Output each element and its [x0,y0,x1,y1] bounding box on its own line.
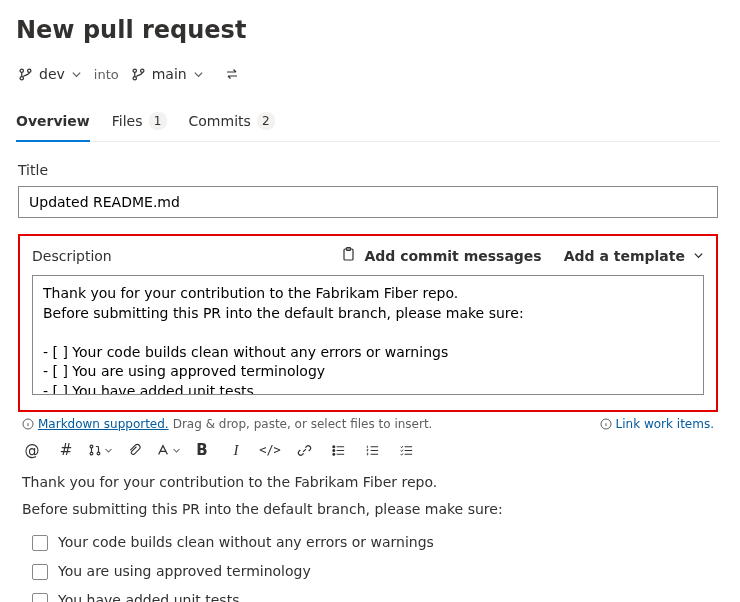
svg-point-10 [90,445,93,448]
chevron-down-icon [193,69,204,80]
svg-point-13 [332,445,334,447]
preview-line: Thank you for your contribution to the F… [22,472,714,493]
markdown-toolbar: @ # [18,439,718,472]
paperclip-icon [127,443,142,458]
tab-commits[interactable]: Commits 2 [189,104,275,142]
target-branch-picker[interactable]: main [129,64,206,84]
code-icon: </> [259,443,281,457]
checkbox[interactable] [32,535,48,551]
drag-drop-hint: Drag & drop, paste, or select files to i… [173,417,433,431]
source-branch-name: dev [39,66,65,82]
svg-point-14 [332,449,334,451]
target-branch-name: main [152,66,187,82]
commits-count-badge: 2 [257,112,275,130]
checkbox[interactable] [32,564,48,580]
markdown-supported-link[interactable]: Markdown supported. [38,417,169,431]
tab-commits-label: Commits [189,113,251,129]
tabs: Overview Files 1 Commits 2 [16,104,720,142]
description-textarea[interactable] [32,275,704,395]
branch-icon [131,67,146,82]
pr-link-button[interactable] [90,440,110,460]
description-preview: Thank you for your contribution to the F… [18,472,718,602]
description-header: Description Add commit messages Add a te… [32,246,704,265]
checklist-button[interactable] [396,440,416,460]
link-button[interactable] [294,440,314,460]
clipboard-icon [340,246,356,265]
tab-files-label: Files [112,113,143,129]
branch-icon [18,67,33,82]
title-input[interactable] [18,186,718,218]
svg-point-1 [20,76,23,79]
tab-files[interactable]: Files 1 [112,104,167,142]
bold-button[interactable]: B [192,440,212,460]
mention-button[interactable]: @ [22,440,42,460]
numbered-list-button[interactable] [362,440,382,460]
description-section-highlighted: Description Add commit messages Add a te… [18,234,718,412]
hash-button[interactable]: # [56,440,76,460]
bullet-list-button[interactable] [328,440,348,460]
description-hint-bar: Markdown supported. Drag & drop, paste, … [18,414,718,439]
checkbox[interactable] [32,593,48,603]
chevron-down-icon [71,69,82,80]
pr-form: Title Description Add commit messages Ad… [16,162,720,602]
title-label: Title [18,162,718,178]
svg-point-2 [28,69,31,72]
checklist-item: You have added unit tests [32,590,714,602]
at-icon: @ [25,441,40,459]
code-button[interactable]: </> [260,440,280,460]
svg-point-3 [133,69,136,72]
checklist-item-label: You have added unit tests [58,590,239,602]
add-commit-messages-label: Add commit messages [364,248,541,264]
add-template-label: Add a template [564,248,685,264]
source-branch-picker[interactable]: dev [16,64,84,84]
svg-point-4 [133,76,136,79]
svg-point-0 [20,69,23,72]
swap-branches-button[interactable] [220,62,244,86]
svg-point-11 [90,452,93,455]
bullet-list-icon [331,443,346,458]
swap-icon [224,66,240,82]
numbered-list-icon [365,443,380,458]
add-template-button[interactable]: Add a template [564,248,704,264]
info-icon [22,418,34,430]
chain-link-icon [297,443,312,458]
into-label: into [94,67,119,82]
svg-point-5 [140,69,143,72]
chevron-down-icon [693,250,704,261]
description-label: Description [32,248,112,264]
checklist-item: Your code builds clean without any error… [32,532,714,553]
tab-overview[interactable]: Overview [16,104,90,142]
chevron-down-icon [104,446,113,455]
heading-button[interactable] [158,440,178,460]
attach-button[interactable] [124,440,144,460]
checklist-item-label: Your code builds clean without any error… [58,532,434,553]
preview-checklist: Your code builds clean without any error… [22,532,714,602]
link-icon [600,418,612,430]
italic-button[interactable]: I [226,440,246,460]
add-commit-messages-button[interactable]: Add commit messages [340,246,541,265]
chevron-down-icon [172,446,181,455]
checklist-icon [399,443,414,458]
page-title: New pull request [16,16,720,44]
preview-line: Before submitting this PR into the defau… [22,499,714,520]
heading-icon [156,443,170,457]
pr-icon [88,443,102,457]
files-count-badge: 1 [149,112,167,130]
description-actions: Add commit messages Add a template [340,246,704,265]
hash-icon: # [60,441,73,459]
checklist-item-label: You are using approved terminology [58,561,311,582]
checklist-item: You are using approved terminology [32,561,714,582]
svg-point-12 [97,452,100,455]
link-work-items-link[interactable]: Link work items. [616,417,714,431]
branch-selector-row: dev into main [16,62,720,86]
svg-point-15 [332,453,334,455]
